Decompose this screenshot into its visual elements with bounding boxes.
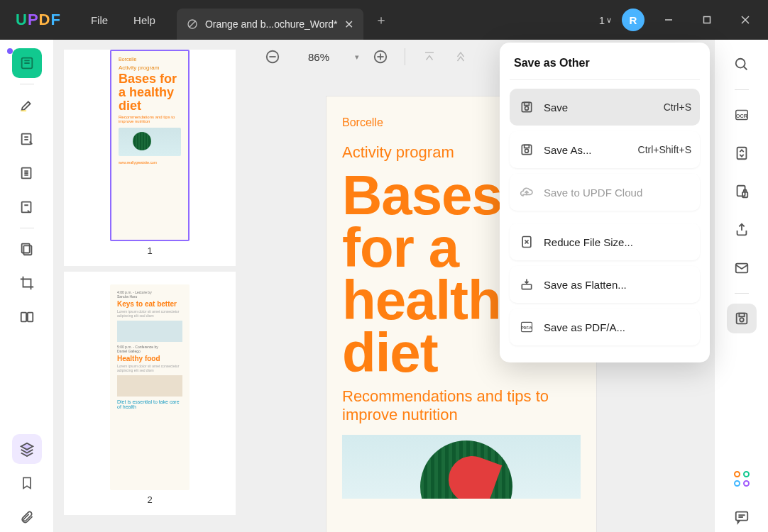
bookmark-icon[interactable] xyxy=(12,468,42,498)
panel-title: Save as Other xyxy=(510,54,700,79)
new-tab-button[interactable]: ＋ xyxy=(375,11,388,28)
email-icon[interactable] xyxy=(727,253,757,283)
pdfa-icon: PDF/A xyxy=(518,318,535,336)
page-thumbnail[interactable]: Borcelle Activity program Bases for a he… xyxy=(64,50,236,266)
page-number: 2 xyxy=(147,490,152,515)
svg-rect-32 xyxy=(735,512,747,521)
comment-icon[interactable] xyxy=(727,502,757,532)
save-as-button[interactable]: Save As... Ctrl+Shift+S xyxy=(510,131,700,168)
svg-rect-31 xyxy=(739,314,744,317)
page-number: 1 xyxy=(147,241,152,266)
svg-point-30 xyxy=(740,318,744,322)
svg-rect-38 xyxy=(525,145,530,148)
svg-point-34 xyxy=(525,106,529,110)
duplicate-page-icon[interactable] xyxy=(12,234,42,264)
svg-point-21 xyxy=(735,59,745,68)
page-thumbnail[interactable]: 4:00 p.m. - Lecture by Sandra Haro Keys … xyxy=(64,272,236,515)
purple-dot-indicator xyxy=(7,48,13,54)
first-page-button[interactable] xyxy=(419,47,439,67)
highlighter-icon[interactable] xyxy=(12,90,42,120)
document-tab[interactable]: Orange and b...ochure_Word* ✕ xyxy=(177,9,364,40)
svg-rect-10 xyxy=(21,202,31,213)
doc-recommend: Recommendations and tips to improve nutr… xyxy=(342,387,581,423)
zoom-value[interactable]: 86% xyxy=(294,51,344,63)
compare-icon[interactable] xyxy=(12,302,42,332)
cloud-upload-icon xyxy=(518,184,535,201)
close-tab-icon[interactable]: ✕ xyxy=(344,18,353,31)
prev-page-button[interactable] xyxy=(451,47,471,67)
convert-icon[interactable] xyxy=(727,138,757,168)
compress-icon xyxy=(518,233,535,250)
form-icon[interactable] xyxy=(12,192,42,222)
svg-rect-7 xyxy=(21,110,26,111)
save-as-other-panel: Save as Other Save Ctrl+S Save As... Ctr… xyxy=(500,43,710,362)
watermelon-image xyxy=(342,435,581,499)
zoom-in-button[interactable] xyxy=(371,47,390,67)
ocr-icon[interactable]: OCR xyxy=(727,100,757,130)
reader-mode-button[interactable] xyxy=(12,48,42,78)
save-as-other-icon[interactable] xyxy=(727,304,757,333)
thumbnail-panel: Borcelle Activity program Bases for a he… xyxy=(54,40,246,532)
layers-icon[interactable] xyxy=(12,434,42,464)
zoom-out-button[interactable] xyxy=(263,47,282,67)
save-icon xyxy=(518,99,535,116)
svg-line-22 xyxy=(743,67,747,70)
chevron-down-icon: ∨ xyxy=(606,16,612,25)
maximize-button[interactable] xyxy=(693,6,721,34)
svg-point-37 xyxy=(525,149,529,153)
zoom-dropdown-icon[interactable]: ▾ xyxy=(355,52,359,62)
no-symbol-icon xyxy=(187,18,198,30)
svg-text:PDF/A: PDF/A xyxy=(522,326,532,330)
close-window-button[interactable] xyxy=(731,6,759,34)
svg-rect-14 xyxy=(27,313,32,322)
reduce-file-size-button[interactable]: Reduce File Size... xyxy=(510,223,700,260)
flatten-icon xyxy=(518,276,535,293)
svg-text:OCR: OCR xyxy=(735,113,747,119)
minimize-button[interactable] xyxy=(654,6,683,34)
save-as-pdfa-button[interactable]: PDF/A Save as PDF/A... xyxy=(510,309,700,345)
menu-file[interactable]: File xyxy=(91,14,108,26)
svg-rect-35 xyxy=(525,102,530,105)
svg-rect-13 xyxy=(21,313,26,322)
app-logo: UPDF xyxy=(0,11,77,29)
left-toolbar xyxy=(0,40,54,532)
right-toolbar: OCR xyxy=(714,40,768,532)
protect-icon[interactable] xyxy=(727,177,757,206)
ai-assistant-icon[interactable] xyxy=(727,464,757,494)
page-organize-icon[interactable] xyxy=(12,158,42,188)
save-button[interactable]: Save Ctrl+S xyxy=(510,89,700,126)
svg-rect-40 xyxy=(522,284,531,289)
tab-count[interactable]: 1 ∨ xyxy=(599,14,612,26)
attachment-icon[interactable] xyxy=(12,502,42,532)
search-icon[interactable] xyxy=(727,50,757,79)
share-icon[interactable] xyxy=(727,215,757,245)
save-as-flatten-button[interactable]: Save as Flatten... xyxy=(510,266,700,303)
edit-text-icon[interactable] xyxy=(12,124,42,154)
svg-line-1 xyxy=(189,21,195,27)
tab-label: Orange and b...ochure_Word* xyxy=(205,18,338,30)
main-menu: File Help xyxy=(77,14,155,26)
save-to-cloud-button[interactable]: Save to UPDF Cloud xyxy=(510,174,700,211)
titlebar: UPDF File Help Orange and b...ochure_Wor… xyxy=(0,0,768,40)
svg-rect-3 xyxy=(704,17,711,23)
save-as-icon xyxy=(518,141,535,158)
avatar[interactable]: R xyxy=(622,9,644,31)
menu-help[interactable]: Help xyxy=(133,14,155,26)
crop-icon[interactable] xyxy=(12,268,42,298)
